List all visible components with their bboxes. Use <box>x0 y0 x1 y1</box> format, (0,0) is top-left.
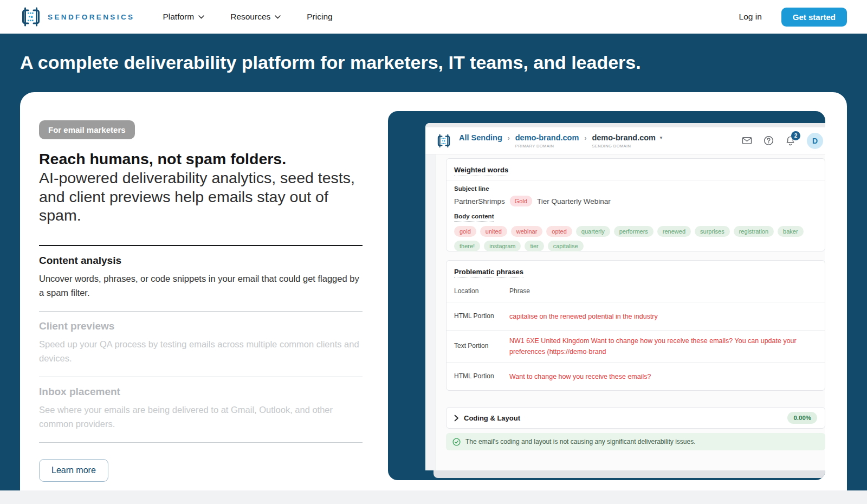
breadcrumb-caption: PRIMARY DOMAIN <box>515 144 579 148</box>
weighted-word-pill: registration <box>734 226 774 237</box>
notification-badge: 2 <box>791 131 800 140</box>
feature-tab-title: Inbox placement <box>39 386 363 398</box>
feature-tab[interactable]: Content analysis Uncover words, phrases,… <box>39 245 363 312</box>
brand-logo-icon <box>20 6 42 28</box>
weighted-word-pill: gold <box>454 226 476 237</box>
problematic-phrases-card: Problematic phrases Location Phrase HTML… <box>446 260 825 391</box>
weighted-word-pill: performers <box>614 226 654 237</box>
coding-layout-title: Coding & Layout <box>464 414 520 422</box>
breadcrumb-primary-domain: demo-brand.com PRIMARY DOMAIN <box>515 133 579 148</box>
phrases-table-header: Location Phrase <box>447 282 825 302</box>
app-side-rail <box>425 154 436 470</box>
brand-logo[interactable]: SENDFORENSICS <box>20 6 134 28</box>
screenshot-bottom-edge <box>434 470 825 478</box>
success-alert: The email's coding and layout is not cau… <box>446 433 825 450</box>
feature-tab-title: Content analysis <box>39 255 363 267</box>
success-alert-text: The email's coding and layout is not cau… <box>465 438 696 445</box>
hero-heading: A complete deliverability platform for m… <box>20 52 641 73</box>
breadcrumb-caption: SENDING DOMAIN <box>592 144 663 148</box>
coding-layout-accordion: Coding & Layout 0.00% <box>446 407 825 429</box>
breadcrumb-sending-domain: demo-brand.com▼ SENDING DOMAIN <box>592 133 663 148</box>
feature-tab-description: Speed up your QA process by testing emai… <box>39 337 360 365</box>
avatar: D <box>807 133 823 149</box>
phrase-text: capitalise on the renewed potential in t… <box>509 311 813 322</box>
score-badge: 0.00% <box>787 412 817 424</box>
nav-item-resources[interactable]: Resources <box>230 12 281 22</box>
nav-item-pricing[interactable]: Pricing <box>307 12 332 22</box>
weighted-words-card: Weighted words Subject line PartnerShrim… <box>446 158 825 251</box>
breadcrumb-all-sending: All Sending <box>459 133 502 142</box>
nav-item-label: Platform <box>163 12 194 22</box>
top-navigation: SENDFORENSICS Platform Resources Pricing… <box>0 0 867 34</box>
weighted-word-pill: tier <box>525 241 544 251</box>
feature-tab-description: Uncover words, phrases, or code snippets… <box>39 272 360 300</box>
weighted-word-pills: goldunitedwebinaroptedquarterlyperformer… <box>454 226 807 251</box>
weighted-word-pill: instagram <box>484 241 521 251</box>
login-link[interactable]: Log in <box>739 12 762 22</box>
weighted-word-pill: quarterly <box>576 226 610 237</box>
feature-tab-list: Content analysis Uncover words, phrases,… <box>39 245 363 443</box>
feature-headline: Reach humans, not spam folders. <box>39 150 371 169</box>
column-phrase: Phrase <box>509 287 817 295</box>
column-location: Location <box>454 287 495 295</box>
notifications: 2 <box>785 135 795 146</box>
phrase-text: Want to change how you receive these ema… <box>509 371 813 382</box>
feature-tab[interactable]: Client previews Speed up your QA process… <box>39 312 363 377</box>
breadcrumb-label: All Sending <box>459 133 502 142</box>
phrase-table-row: HTML Portion Want to change how you rece… <box>447 362 825 390</box>
breadcrumb-label: demo-brand.com▼ <box>592 133 663 142</box>
subject-text: Tier Quarterly Webinar <box>537 197 611 205</box>
feature-card: For email marketers Reach humans, not sp… <box>20 92 847 490</box>
weighted-word-pill: surprises <box>695 226 730 237</box>
product-demo-frame: All Sending › demo-brand.com PRIMARY DOM… <box>388 111 825 480</box>
weighted-word-pill: capitalise <box>548 241 584 251</box>
caret-down-icon: ▼ <box>659 135 663 140</box>
app-header: All Sending › demo-brand.com PRIMARY DOM… <box>425 127 825 154</box>
chevron-right-icon <box>454 415 459 422</box>
breadcrumb-separator: › <box>508 134 510 142</box>
nav-right: Log in Get started <box>739 8 847 27</box>
weighted-word-pill: renewed <box>657 226 691 237</box>
chevron-down-icon <box>275 15 281 19</box>
feature-intro: Reach humans, not spam folders. AI-power… <box>39 150 371 225</box>
feature-tab[interactable]: Inbox placement See where your emails ar… <box>39 377 363 443</box>
check-circle-icon <box>452 438 461 446</box>
help-icon <box>764 135 774 146</box>
nav-item-platform[interactable]: Platform <box>163 12 204 22</box>
subject-text: PartnerShrimps <box>454 197 505 205</box>
phrase-table-row: HTML Portion capitalise on the renewed p… <box>447 302 825 330</box>
nav-item-label: Pricing <box>307 12 332 22</box>
weighted-word-pill: webinar <box>511 226 543 237</box>
body-content-label: Body content <box>454 213 494 222</box>
app-header-icons: 2 D <box>742 133 823 149</box>
phrase-location: HTML Portion <box>454 311 495 321</box>
phrase-location: Text Portion <box>454 341 495 351</box>
phrase-text: NW1 6XE United Kingdom Want to change ho… <box>509 335 813 357</box>
feature-tab-description: See where your emails are being delivere… <box>39 403 360 431</box>
weighted-word-pill: there! <box>454 241 480 251</box>
weighted-words-title: Weighted words <box>454 166 508 176</box>
subject-line-label: Subject line <box>454 185 817 192</box>
feature-tab-title: Client previews <box>39 320 363 332</box>
weighted-word-pill: united <box>480 226 507 237</box>
nav-item-label: Resources <box>230 12 270 22</box>
feature-subheadline: AI-powered deliverability analytics, see… <box>39 169 355 224</box>
weighted-word-pill: Gold <box>510 196 532 206</box>
weighted-word-pill: baker <box>778 226 804 237</box>
breadcrumb-label: demo-brand.com <box>515 133 579 142</box>
app-content: Weighted words Subject line PartnerShrim… <box>436 154 825 470</box>
subject-line-value: PartnerShrimps Gold Tier Quarterly Webin… <box>454 196 817 206</box>
mail-icon <box>742 135 752 146</box>
get-started-button[interactable]: Get started <box>781 8 847 27</box>
screenshot-top-edge <box>425 123 825 127</box>
app-screenshot: All Sending › demo-brand.com PRIMARY DOM… <box>425 123 825 470</box>
brand-name: SENDFORENSICS <box>48 13 134 21</box>
learn-more-button[interactable]: Learn more <box>39 459 108 482</box>
nav-links: Platform Resources Pricing <box>163 12 332 22</box>
phrase-location: HTML Portion <box>454 371 495 382</box>
app-logo-icon <box>436 132 451 150</box>
weighted-word-pill: opted <box>546 226 572 237</box>
phrase-table-row: Text Portion NW1 6XE United Kingdom Want… <box>447 330 825 362</box>
audience-badge: For email marketers <box>39 120 135 139</box>
problematic-phrases-title: Problematic phrases <box>454 268 523 278</box>
